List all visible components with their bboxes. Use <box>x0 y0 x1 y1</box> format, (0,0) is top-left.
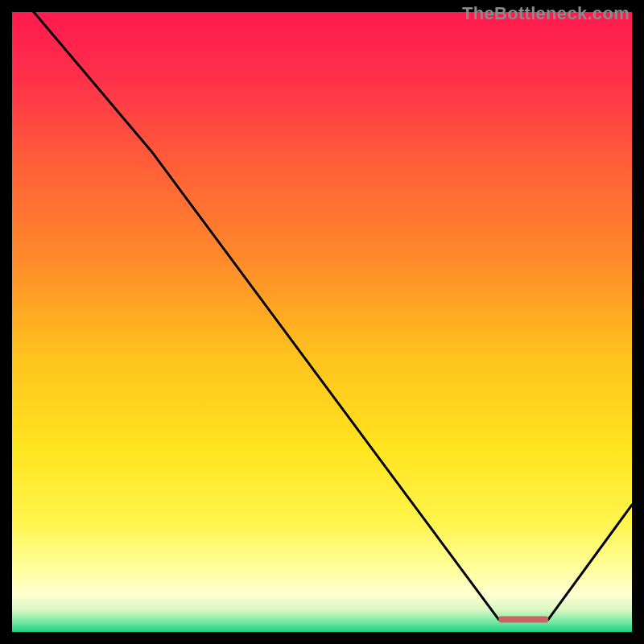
optimal-marker <box>498 617 548 623</box>
watermark-text: TheBottleneck.com <box>462 3 630 24</box>
plot-background <box>12 12 632 632</box>
bottleneck-chart <box>0 0 644 644</box>
chart-container: TheBottleneck.com <box>0 0 644 644</box>
